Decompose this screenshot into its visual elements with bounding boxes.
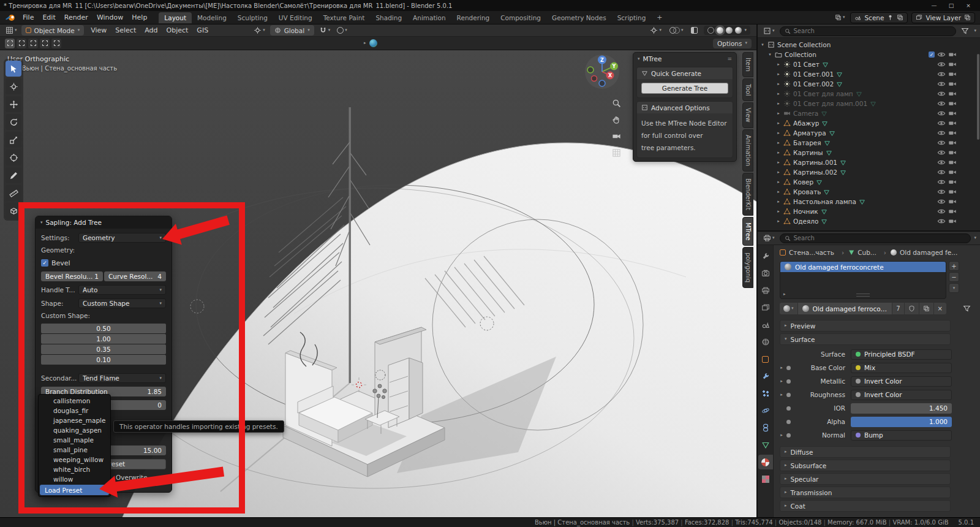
sidebar-tab[interactable]: polygoniq xyxy=(742,247,753,288)
outliner-object-row[interactable]: ▸ Картины xyxy=(760,148,957,157)
disable-render-toggle[interactable] xyxy=(948,50,957,59)
preset-option[interactable]: small_maple xyxy=(40,435,109,445)
workspace-tab[interactable]: Shading xyxy=(370,12,407,23)
hide-viewport-toggle[interactable] xyxy=(937,89,946,98)
disclosure-icon[interactable]: ▾ xyxy=(767,53,772,57)
collapsed-panel-header[interactable]: ▸Specular xyxy=(780,473,951,485)
tool-add-cube[interactable] xyxy=(6,203,21,219)
breadcrumb-item[interactable]: Стена...часть xyxy=(780,249,848,256)
outliner-object-row[interactable]: ▸ Ночник xyxy=(760,207,957,216)
outliner-object-row[interactable]: ▸ Кровать xyxy=(760,187,957,197)
property-value-widget[interactable]: Bump xyxy=(851,430,952,441)
disable-render-toggle[interactable] xyxy=(948,70,957,78)
disable-render-toggle[interactable] xyxy=(948,158,957,167)
disclosure-icon[interactable]: ▸ xyxy=(776,121,781,126)
disclosure-icon[interactable]: ▸ xyxy=(776,92,781,96)
expand-icon[interactable]: ▸ xyxy=(778,366,785,370)
disable-render-toggle[interactable] xyxy=(948,109,957,118)
solid-shading-button[interactable] xyxy=(717,27,723,34)
tool-annotate[interactable] xyxy=(6,167,21,183)
property-value-widget[interactable]: Principled BSDF xyxy=(851,349,952,360)
maximize-button[interactable]: □ xyxy=(943,1,959,10)
add-workspace-button[interactable]: + xyxy=(652,13,666,21)
select-mode-subtract[interactable] xyxy=(28,39,38,48)
sidebar-tab[interactable]: Animation xyxy=(742,129,753,172)
outliner-object-row[interactable]: ▸ Батарея xyxy=(760,138,957,148)
tab-output[interactable] xyxy=(758,283,773,298)
mode-dropdown[interactable]: Object Mode▾ xyxy=(21,25,85,36)
outliner-object-row[interactable]: ▸ Ковер xyxy=(760,177,957,187)
outliner-object-row[interactable]: ▸ Настольная лампа xyxy=(760,197,957,207)
tab-constraints[interactable] xyxy=(758,420,773,435)
disclosure-icon[interactable]: ▸ xyxy=(776,141,781,145)
custom-shape-value-field[interactable]: 0.10 xyxy=(41,355,166,365)
tool-scale[interactable] xyxy=(6,132,21,148)
outliner-object-row[interactable]: ▸ 01 Свет xyxy=(760,59,957,69)
disclosure-icon[interactable]: ▸ xyxy=(776,72,781,77)
disclosure-icon[interactable]: ▸ xyxy=(776,170,781,175)
outliner-object-row[interactable]: ▸ Абажур xyxy=(760,118,957,128)
viewport-3d[interactable]: User Orthographic (22) Вьюн | Стена_осно… xyxy=(0,50,756,517)
workspace-tab[interactable]: Animation xyxy=(407,12,451,23)
hide-viewport-toggle[interactable] xyxy=(937,80,946,88)
custom-shape-value-field[interactable]: 0.35 xyxy=(41,344,166,354)
hide-viewport-toggle[interactable] xyxy=(937,119,946,127)
sidebar-tab[interactable]: Tool xyxy=(742,78,753,101)
expand-icon[interactable]: ▸ xyxy=(778,379,785,384)
sidebar-tab[interactable]: BlenderKit xyxy=(742,173,753,216)
remove-slot-button[interactable]: − xyxy=(949,272,959,282)
properties-search[interactable]: Search xyxy=(780,233,971,243)
viewport-menu[interactable]: Select xyxy=(111,25,140,36)
disclosure-icon[interactable]: ▸ xyxy=(776,151,781,155)
editor-type-button[interactable]: ▾ xyxy=(761,26,777,36)
hide-viewport-toggle[interactable] xyxy=(937,60,946,69)
pin-icon[interactable] xyxy=(887,14,894,21)
advanced-options-header[interactable]: Advanced Options xyxy=(637,102,733,113)
expand-icon[interactable]: ▸ xyxy=(778,393,785,397)
workspace-tab[interactable]: Layout xyxy=(159,12,192,23)
scene-selector[interactable]: Scene xyxy=(850,12,908,23)
select-mode-intersect[interactable] xyxy=(51,39,61,48)
menubar-menu[interactable]: Render xyxy=(60,12,92,23)
disable-render-toggle[interactable] xyxy=(948,197,957,206)
slot-specials-button[interactable]: ▾ xyxy=(949,283,959,293)
new-view-layer-icon[interactable] xyxy=(964,14,971,21)
hide-viewport-toggle[interactable] xyxy=(937,50,946,59)
wireframe-shading-button[interactable] xyxy=(707,27,714,34)
hide-viewport-toggle[interactable] xyxy=(937,148,946,157)
resize-grip[interactable] xyxy=(856,294,870,297)
sapling-panel-header[interactable]: ▾Sapling: Add Tree xyxy=(36,216,172,229)
curve-resolution-field[interactable]: Curve Resol...4 xyxy=(104,271,166,281)
outliner-search[interactable]: Search xyxy=(780,26,957,36)
tab-object-data[interactable] xyxy=(758,438,773,452)
new-scene-icon[interactable] xyxy=(897,14,903,21)
disclosure-icon[interactable]: ▸ xyxy=(776,180,781,184)
outliner-scrollbar[interactable] xyxy=(977,54,979,140)
preset-option[interactable]: quaking_aspen xyxy=(40,425,109,435)
workspace-tab[interactable]: Modeling xyxy=(192,12,232,23)
disclosure-icon[interactable]: ▸ xyxy=(776,219,781,224)
outliner-object-row[interactable]: ▸ 01 Свет.001 xyxy=(760,69,957,79)
hide-viewport-toggle[interactable] xyxy=(937,197,946,206)
preset-option[interactable]: weeping_willow xyxy=(40,455,109,464)
property-value-widget[interactable]: Invert Color xyxy=(851,376,952,387)
property-value-widget[interactable]: Invert Color xyxy=(851,390,952,400)
disclosure-icon[interactable]: ▸ xyxy=(776,102,781,106)
bevel-resolution-field[interactable]: Bevel Resolu...1 xyxy=(41,271,103,281)
pan-button[interactable] xyxy=(610,113,622,126)
disclosure-icon[interactable]: ▾ xyxy=(760,43,765,47)
collapsed-panel-header[interactable]: ▸Diffuse xyxy=(780,446,951,458)
menubar-menu[interactable]: Edit xyxy=(38,12,59,23)
generate-tree-button[interactable]: Generate Tree xyxy=(641,83,728,94)
outliner-object-row[interactable]: ▸ 01 Свет.002 xyxy=(760,79,957,89)
disable-render-toggle[interactable] xyxy=(948,207,957,216)
select-mode-invert[interactable] xyxy=(40,39,50,48)
fake-user-button[interactable] xyxy=(905,303,919,314)
tab-tool[interactable] xyxy=(758,249,773,264)
collapsed-panel-header[interactable]: ▸Transmission xyxy=(780,487,951,498)
editor-type-button[interactable]: ▾ xyxy=(4,26,19,35)
property-value-widget[interactable]: 1.000 xyxy=(851,417,952,427)
sidebar-tab[interactable]: Item xyxy=(742,52,753,77)
disable-render-toggle[interactable] xyxy=(948,99,957,108)
tab-physics[interactable] xyxy=(758,403,773,418)
